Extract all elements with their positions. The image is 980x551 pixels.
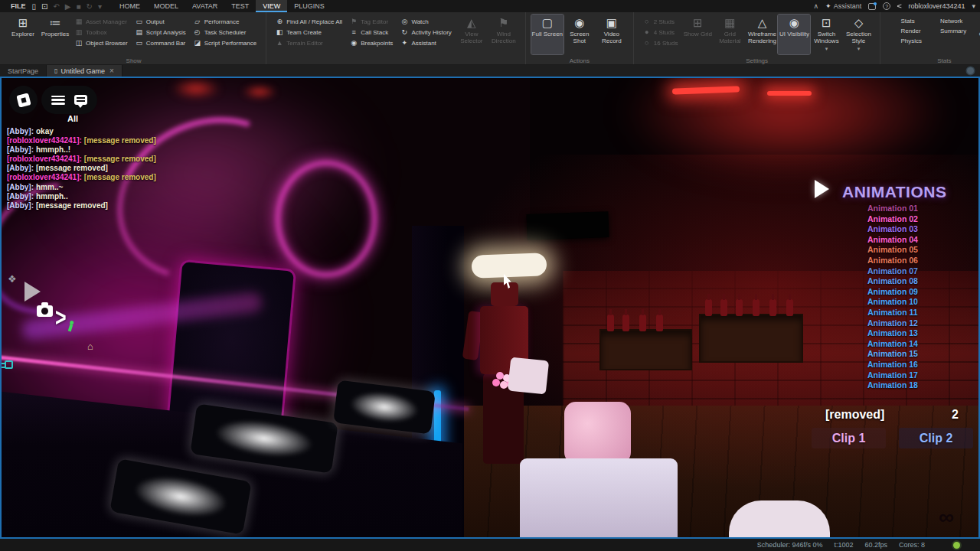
chat-text: [message removed] [84,136,156,145]
wind-direction-label: Wind Direction [488,31,520,45]
help-icon[interactable]: ? [883,2,890,10]
video-record-button[interactable]: ▣Video Record [596,15,628,54]
task-scheduler-button[interactable]: ◴Task Scheduler [194,28,256,36]
animation-list-item[interactable]: Animation 12 [810,318,975,329]
menu-tab-test[interactable]: TEST [224,0,256,12]
menu-tab-plugins[interactable]: PLUGINS [287,0,332,12]
watch-button[interactable]: ◎Watch [400,18,451,25]
game-viewport[interactable]: ❖ > ⌂ All [Abby]:okay[robloxlover434241]… [0,77,980,539]
animation-list-item[interactable]: Animation 14 [810,339,975,350]
animation-list-item[interactable]: Animation 06 [810,256,975,266]
foreground-avatar-shoulder [729,500,830,539]
menu-tab-home[interactable]: HOME [113,0,147,12]
find-all-replace-all-button[interactable]: ⊕Find All / Replace All [276,18,342,25]
animation-list-item[interactable]: Animation 07 [810,266,975,277]
menu-tab-avatar[interactable]: AVATAR [185,0,224,12]
activity-history-button[interactable]: ↻Activity History [400,28,451,36]
find-replace-icon: ⊕ [276,18,283,25]
show-grid-icon: ⊞ [693,17,703,31]
camera-icon[interactable] [37,305,53,317]
animation-list-item[interactable]: Animation 02 [810,214,975,225]
chat-toggle-icon[interactable] [74,95,87,105]
hamburger-menu-icon[interactable] [51,96,65,105]
tab-close-icon[interactable]: × [109,67,114,75]
document-tabbar: StartPage▯Untitled Game× [0,65,980,77]
selection-style-button[interactable]: ◇Selection Style▾ [842,15,874,54]
tab-startpage[interactable]: StartPage [0,65,47,77]
switch-windows-button[interactable]: ⊡Switch Windows▾ [810,15,842,54]
properties-button[interactable]: ≔Properties [39,15,71,54]
script-performance-button[interactable]: ◪Script Performance [194,39,256,47]
ribbon-block: ▙Clear [970,15,980,54]
assistant-button[interactable]: ✦ Assistant [825,2,861,10]
network-button[interactable]: Network [929,18,966,24]
menu-tab-view[interactable]: VIEW [256,0,287,12]
animation-list-item[interactable]: Animation 05 [810,245,975,256]
plug-icon[interactable] [5,360,13,369]
ribbon-block: ○2 Studs●4 Studs○16 Studs [639,15,682,47]
animation-list-item[interactable]: Animation 13 [810,328,975,339]
animation-button-clip-1[interactable]: Clip 1 [812,428,886,448]
full-screen-label: Full Screen [532,31,563,38]
16-studs-button: ○16 Studs [643,39,678,47]
menu-tab-model[interactable]: MODEL [147,0,185,12]
command-bar-button[interactable]: ▭Command Bar [136,39,186,47]
chat-text: [message removed] [84,155,156,163]
play-overlay-icon[interactable] [24,282,41,302]
animation-list-item[interactable]: Animation 18 [810,380,975,391]
output-button[interactable]: ▭Output [136,18,186,25]
animations-play-icon[interactable] [815,180,829,198]
status-item: t:1002 [834,541,853,549]
wireframe-rendering-button[interactable]: △Wireframe Rendering [746,15,778,54]
settings-gear-icon[interactable] [967,67,974,74]
titlebar-right: ∧ ✦ Assistant ? < robloxlover434241 ▾ [813,2,975,10]
screen-shot-button[interactable]: ◉Screen Shot [564,15,596,54]
animation-list-item[interactable]: Animation 08 [810,276,975,287]
animation-list-item[interactable]: Animation 03 [810,224,975,235]
share-icon[interactable]: < [897,2,902,10]
rig-icon[interactable]: ❖ [8,273,17,285]
roblox-menu-button[interactable] [9,86,38,114]
clear-button[interactable]: ▙Clear [970,15,980,54]
watch-label: Watch [411,18,428,25]
infinity-icon: ∞ [939,505,954,530]
summary-button[interactable]: Summary [929,28,966,34]
script-analysis-button[interactable]: ▤Script Analysis [136,28,186,36]
house-icon[interactable]: ⌂ [87,341,93,352]
chevron-right-icon[interactable]: > [55,302,67,332]
file-menu[interactable]: FILE [5,2,32,10]
animation-list-item[interactable]: Animation 09 [810,287,975,298]
animation-list-item[interactable]: Animation 04 [810,235,975,246]
account-name[interactable]: robloxlover434241 [908,2,965,10]
collapse-ribbon-icon[interactable]: ∧ [813,2,818,10]
animation-list-item[interactable]: Animation 11 [810,308,975,318]
stats-button[interactable]: Stats [890,18,922,24]
new-file-icon[interactable]: ▯ [32,2,37,11]
full-screen-button[interactable]: ▢Full Screen [531,15,564,54]
ribbon-block: ⊞Show Grid▦Grid Material△Wireframe Rende… [681,15,874,54]
render-button[interactable]: Render [890,28,922,34]
animation-button-clip-2[interactable]: Clip 2 [899,428,973,448]
notifications-icon[interactable] [868,3,876,10]
assistant-button[interactable]: ✦Assistant [400,39,451,47]
call-stack-button[interactable]: ≡Call Stack [350,28,393,36]
open-file-icon[interactable]: ⊡ [41,2,47,11]
animation-list-item[interactable]: Animation 15 [810,349,975,360]
object-browser-button[interactable]: ◫Object Browser [75,39,128,47]
ui-visibility-button[interactable]: ◉UI Visibility [778,15,810,54]
animation-list-item[interactable]: Animation 01 [810,204,975,214]
team-create-button[interactable]: ◧Team Create [276,28,342,36]
bottle [705,299,712,316]
physics-button[interactable]: Physics [890,37,922,44]
animation-list-item[interactable]: Animation 16 [810,360,975,370]
account-caret-icon[interactable]: ▾ [972,2,975,10]
explorer-button[interactable]: ⊞Explorer [7,15,39,54]
animation-list-item[interactable]: Animation 17 [810,370,975,381]
bottle [639,315,646,331]
bottle [720,299,727,316]
tab-untitled-game[interactable]: ▯Untitled Game× [47,65,122,77]
animation-list-item[interactable]: Animation 10 [810,297,975,308]
breakpoints-button[interactable]: ◉Breakpoints [350,39,393,47]
assistant-label: Assistant [411,40,436,47]
performance-button[interactable]: ▱Performance [194,18,256,25]
